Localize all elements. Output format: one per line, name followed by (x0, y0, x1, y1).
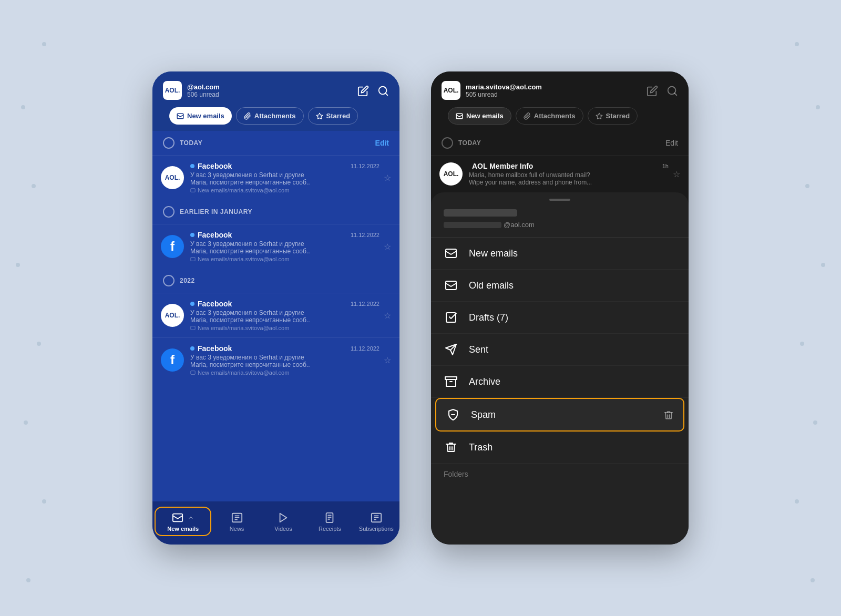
bg-dot (21, 105, 25, 109)
section-2022: 2022 (152, 269, 399, 293)
tab-starred-right-label: Starred (606, 112, 630, 120)
email-meta: New emails/maria.svitova@aol.com (190, 325, 380, 331)
menu-item-old-emails[interactable]: Old emails (431, 270, 689, 302)
svg-marker-25 (596, 113, 602, 119)
bg-dot (32, 184, 36, 188)
envelope-icon (444, 246, 458, 261)
menu-sent-label: Sent (469, 344, 676, 355)
email-date: 11.12.2022 (351, 232, 380, 238)
email-preview2: Maria, посмотрите непрочитанные сооб.. (190, 316, 380, 324)
section-circle (163, 275, 175, 286)
email-item[interactable]: f Facebook 11.12.2022 У вас 3 уведомлени… (152, 337, 399, 382)
right-phone-header: AOL. maria.svitova@aol.com 505 unread (431, 71, 689, 131)
nav-videos[interactable]: Videos (260, 508, 306, 535)
email-item[interactable]: AOL. Facebook 11.12.2022 У вас 3 уведомл… (152, 155, 399, 200)
tab-attachments[interactable]: Attachments (236, 107, 304, 125)
section-circle-right (442, 137, 453, 149)
preview-email-content: AOL Member Info 1h Maria, home mailbox f… (469, 162, 669, 186)
account-name-bar (444, 209, 517, 217)
tab-new-emails-right[interactable]: New emails (448, 107, 511, 125)
star-icon[interactable]: ☆ (384, 355, 391, 365)
menu-item-trash[interactable]: Trash (431, 432, 689, 464)
svg-marker-13 (280, 514, 287, 522)
email-sender: Facebook (190, 344, 232, 353)
dark-section-today: TODAY Edit (431, 131, 689, 155)
delete-spam-icon[interactable] (663, 409, 674, 420)
svg-rect-7 (191, 371, 195, 375)
bg-dot (795, 499, 799, 504)
nav-receipts[interactable]: Receipts (306, 508, 353, 535)
nav-news[interactable]: News (213, 508, 260, 535)
star-icon[interactable]: ☆ (384, 173, 391, 183)
tab-new-emails-right-label: New emails (466, 112, 504, 120)
email-content: Facebook 11.12.2022 У вас 3 уведомления … (190, 162, 380, 193)
left-phone-header: AOL. @aol.com 506 unread (152, 71, 399, 131)
tab-attachments-label: Attachments (254, 112, 296, 120)
email-preview: У вас 3 уведомления о Serhat и другие (190, 171, 380, 179)
tab-starred-right[interactable]: Starred (588, 107, 638, 125)
tab-attachments-right[interactable]: Attachments (516, 107, 583, 125)
star-icon[interactable]: ☆ (384, 311, 391, 321)
old-email-icon (444, 278, 458, 293)
tab-new-emails[interactable]: New emails (169, 107, 232, 125)
email-content: Facebook 11.12.2022 У вас 3 уведомления … (190, 231, 380, 262)
svg-rect-8 (173, 514, 182, 522)
menu-new-emails-label: New emails (469, 248, 676, 259)
nav-receipts-label: Receipts (319, 526, 341, 532)
nav-new-emails[interactable]: New emails (155, 507, 211, 536)
section-circle (163, 206, 175, 218)
section-2022-label: 2022 (180, 277, 195, 284)
preview-star-icon[interactable]: ☆ (673, 169, 680, 179)
search-icon-right[interactable] (666, 84, 678, 97)
left-phone: AOL. @aol.com 506 unread (152, 71, 399, 545)
tab-starred[interactable]: Starred (308, 107, 358, 125)
menu-item-archive[interactable]: Archive (431, 366, 689, 398)
search-icon[interactable] (377, 84, 389, 97)
menu-drafts-label: Drafts (7) (469, 312, 676, 323)
edit-button-right[interactable]: Edit (665, 139, 678, 147)
preview-email-item[interactable]: AOL. AOL Member Info 1h Maria, home mail… (431, 155, 689, 192)
sent-icon (444, 342, 458, 357)
svg-rect-2 (177, 114, 183, 118)
menu-archive-label: Archive (469, 376, 676, 387)
nav-videos-label: Videos (274, 526, 292, 532)
bottom-sheet: @aol.com New emails Old emails (431, 192, 689, 545)
compose-icon-right[interactable] (647, 84, 658, 97)
unread-dot (190, 346, 194, 351)
unread-count-right: 505 unread (466, 91, 542, 98)
account-email: @aol.com (187, 83, 220, 91)
email-sender: Facebook (190, 162, 232, 170)
avatar: AOL. (161, 166, 184, 189)
bg-dot (795, 42, 799, 46)
email-date: 11.12.2022 (351, 345, 380, 352)
menu-item-spam[interactable]: Spam (435, 398, 684, 432)
unread-dot (190, 233, 194, 237)
archive-icon (444, 374, 458, 389)
preview-line2: Wipe your name, address and phone from..… (469, 179, 669, 186)
account-email-bar (444, 222, 501, 228)
svg-rect-24 (456, 114, 463, 118)
menu-spam-label: Spam (471, 409, 663, 420)
email-content: Facebook 11.12.2022 У вас 3 уведомления … (190, 344, 380, 376)
email-item[interactable]: AOL. Facebook 11.12.2022 У вас 3 уведомл… (152, 293, 399, 337)
spam-icon (446, 407, 460, 422)
svg-rect-4 (191, 189, 195, 192)
menu-item-sent[interactable]: Sent (431, 334, 689, 366)
menu-item-drafts[interactable]: Drafts (7) (431, 302, 689, 334)
star-icon[interactable]: ☆ (384, 242, 391, 252)
avatar: f (161, 235, 184, 258)
aol-logo: AOL. (163, 81, 182, 100)
bg-dot (16, 263, 20, 267)
compose-icon[interactable] (357, 84, 369, 97)
menu-item-new-emails[interactable]: New emails (431, 238, 689, 270)
email-item[interactable]: f Facebook 11.12.2022 У вас 3 уведомлени… (152, 224, 399, 269)
account-info: @aol.com 506 unread (187, 83, 220, 98)
nav-subscriptions[interactable]: Subscriptions (353, 508, 399, 535)
bg-dot (24, 420, 28, 425)
edit-button-today[interactable]: Edit (375, 139, 389, 147)
bg-dot (26, 578, 30, 582)
bg-dot (800, 342, 804, 346)
email-sender: Facebook (190, 231, 232, 239)
unread-dot (190, 302, 194, 306)
email-preview: У вас 3 уведомления о Serhat и другие (190, 309, 380, 316)
